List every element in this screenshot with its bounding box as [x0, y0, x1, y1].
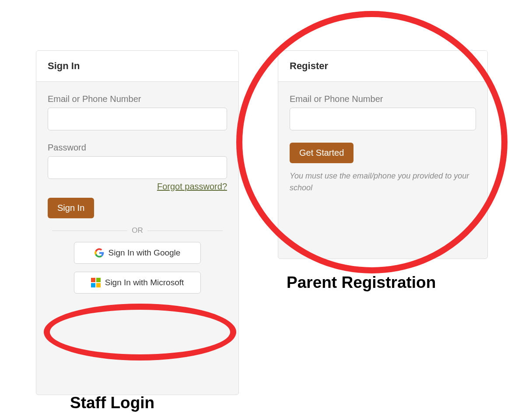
- register-body: Email or Phone Number Get Started You mu…: [278, 82, 487, 208]
- microsoft-icon: [91, 278, 101, 287]
- sign-in-body: Email or Phone Number Password Forgot pa…: [36, 82, 238, 315]
- register-email-label: Email or Phone Number: [290, 94, 476, 104]
- register-header: Register: [278, 51, 487, 82]
- microsoft-button-label: Sign In with Microsoft: [105, 278, 184, 287]
- register-panel: Register Email or Phone Number Get Start…: [278, 50, 488, 259]
- sign-in-header: Sign In: [36, 51, 238, 82]
- google-icon: [94, 248, 104, 258]
- sign-in-panel: Sign In Email or Phone Number Password F…: [36, 50, 239, 395]
- signin-password-label: Password: [48, 143, 227, 153]
- register-title: Register: [290, 60, 476, 72]
- sign-in-with-google-button[interactable]: Sign In with Google: [74, 242, 201, 264]
- signin-email-label: Email or Phone Number: [48, 94, 227, 104]
- sso-divider-label: OR: [132, 226, 143, 235]
- staff-login-caption: Staff Login: [70, 394, 154, 412]
- signin-email-input[interactable]: [48, 108, 227, 130]
- get-started-button[interactable]: Get Started: [290, 143, 354, 163]
- google-button-label: Sign In with Google: [108, 248, 181, 258]
- sign-in-title: Sign In: [48, 60, 227, 72]
- register-hint: You must use the email/phone you provide…: [290, 170, 476, 194]
- sso-divider: OR: [48, 226, 227, 235]
- sign-in-button[interactable]: Sign In: [48, 198, 94, 218]
- forgot-password-link[interactable]: Forgot password?: [48, 182, 227, 192]
- signin-password-input[interactable]: [48, 156, 227, 179]
- sign-in-with-microsoft-button[interactable]: Sign In with Microsoft: [74, 272, 201, 294]
- register-email-input[interactable]: [290, 108, 476, 130]
- parent-registration-caption: Parent Registration: [287, 273, 436, 292]
